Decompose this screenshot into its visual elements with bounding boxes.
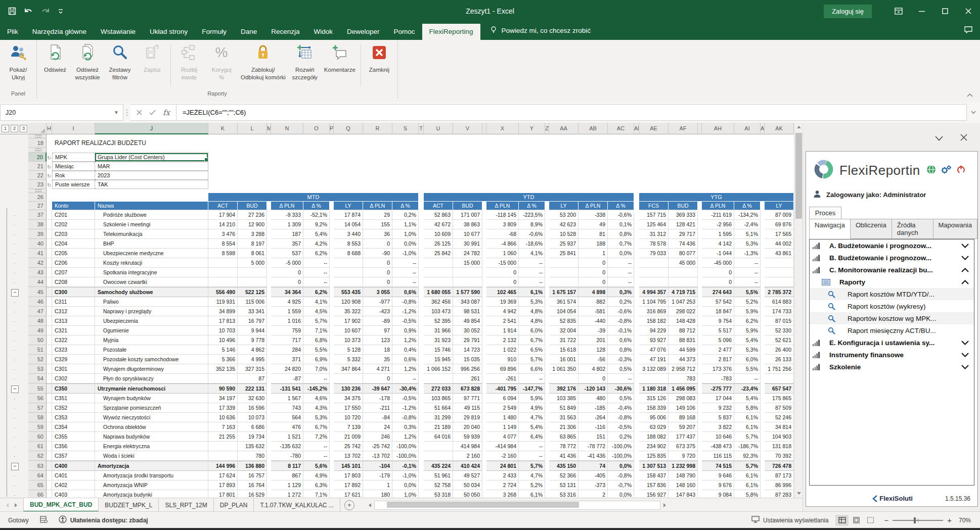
cell-ytd-0[interactable]: 52 758	[424, 480, 453, 490]
cell-ytg-0[interactable]: 47 191	[639, 355, 669, 364]
cell-ytg-4[interactable]: 86 996	[765, 480, 794, 490]
cell-ytd-5[interactable]: 188	[578, 239, 608, 249]
cell-ytd-0[interactable]	[424, 374, 453, 383]
cell-mtd-5[interactable]: 0	[363, 277, 392, 287]
ribbon-tab-uk-ad-strony[interactable]: Układ strony	[143, 24, 195, 40]
cell-ytd-3[interactable]: 6,7%	[519, 335, 545, 345]
cell-ytg-3[interactable]: 5,5%	[734, 287, 761, 297]
cell-ytd-4[interactable]: 42 623	[549, 220, 578, 229]
cell-ytd-6[interactable]: --	[608, 374, 634, 383]
cell-ytd-3[interactable]: --	[519, 268, 545, 277]
panel-tab-r-d-a-danych[interactable]: Źródła danych	[892, 219, 933, 239]
cell-ytg-2[interactable]: 9 084	[702, 490, 734, 498]
cell-ytg-1[interactable]: 4 719 715	[669, 287, 698, 297]
cell-ytd-4[interactable]: 21 306	[549, 422, 578, 432]
tree-item-e-konfiguracja-i-ustawienia-sy[interactable]: E. Konfiguracja i ustawienia sy...	[810, 336, 974, 349]
cell-mtd-6[interactable]: -1,2%	[392, 403, 419, 413]
cell-mtd-3[interactable]: --	[303, 451, 330, 461]
row-number[interactable]: 47	[28, 307, 47, 316]
cell-konto[interactable]: C403	[52, 490, 95, 498]
cell-ytd-4[interactable]: 51 849	[549, 403, 578, 413]
cell-ytd-0[interactable]	[424, 277, 453, 287]
cell-ytd-1[interactable]: 38 863	[453, 220, 482, 229]
column-header-Z[interactable]: Z	[545, 123, 549, 134]
redo-icon[interactable]	[40, 7, 51, 15]
cell-ytg-1[interactable]: 89 168	[669, 413, 698, 422]
cell-ytg-2[interactable]: 5 517	[702, 326, 734, 335]
ribbon-tab-deweloper[interactable]: Deweloper	[340, 24, 387, 40]
cell-ytd-2[interactable]: 0	[486, 268, 519, 277]
cell-ytg-0[interactable]: 315 126	[639, 394, 669, 403]
save-icon[interactable]	[8, 7, 16, 15]
cell-ytg-1[interactable]: 1 232 998	[669, 461, 698, 471]
collapse-group-button[interactable]: −	[11, 289, 19, 297]
header-mtd-[interactable]: Δ %	[392, 202, 419, 210]
cell-ytg-3[interactable]: 5,9%	[734, 326, 761, 335]
cell-konto[interactable]: C207	[52, 268, 95, 277]
cell-ytg-3[interactable]: -23,4%	[734, 383, 761, 394]
cell-mtd-4[interactable]: 17 874	[334, 210, 363, 220]
chevron-up-icon[interactable]	[961, 268, 969, 272]
cell-ytd-4[interactable]: 41 436	[549, 451, 578, 461]
cell-mtd-6[interactable]: 1,0%	[392, 229, 419, 239]
cell-mtd-2[interactable]: -135 632	[271, 442, 303, 451]
cell-mtd-1[interactable]: 9 778	[238, 335, 267, 345]
cell-mtd-1[interactable]: 87	[238, 374, 267, 383]
cell-ytd-0[interactable]: 362 456	[424, 297, 453, 307]
cell-mtd-4[interactable]: 10 607	[334, 326, 363, 335]
cell-ytd-5[interactable]: -120 143	[578, 383, 608, 394]
cell-mtd-5[interactable]: 246	[363, 432, 392, 442]
cell-ytg-3[interactable]: 5,9%	[734, 307, 761, 316]
cell-ytd-5[interactable]: 81	[578, 229, 608, 239]
cell-ytd-4[interactable]: 1 061 350	[549, 364, 578, 374]
header-ytg-bud[interactable]: BUD	[669, 202, 698, 210]
cell-mtd-6[interactable]: 1,2%	[392, 364, 419, 374]
cell-ytd-2[interactable]: -68	[486, 229, 519, 239]
cell-mtd-4[interactable]: 13 702	[334, 451, 363, 461]
cell-ytg-3[interactable]: 92,3%	[734, 451, 761, 461]
cell-ytd-2[interactable]: -2 160	[486, 451, 519, 461]
cell-ytd-4[interactable]: 1 675 157	[549, 287, 578, 297]
cell-h[interactable]	[47, 277, 52, 287]
cell-mtd-0[interactable]: 5 366	[208, 355, 238, 364]
cell-ytg-2[interactable]: 3 822	[702, 422, 734, 432]
cell-ytd-2[interactable]: 4 077	[486, 432, 519, 442]
cell-h[interactable]	[47, 297, 52, 307]
combo-indicator-icon[interactable]: ↻	[47, 164, 51, 170]
cell-ytg-1[interactable]: 149 106	[669, 403, 698, 413]
cell-mtd-5[interactable]: 123	[363, 335, 392, 345]
cell-ytg-4[interactable]: 87 015	[765, 316, 794, 326]
login-button[interactable]: Zaloguj się	[824, 5, 872, 18]
cell-ytg-3[interactable]: 5,3%	[734, 239, 761, 249]
cell-mtd-5[interactable]: 29	[363, 210, 392, 220]
cell-ytg-0[interactable]: 157 715	[639, 210, 669, 220]
row-number[interactable]: 37	[28, 210, 47, 220]
cell-ytd-3[interactable]: 6,5%	[519, 345, 545, 355]
cell-mtd-1[interactable]: 16 757	[238, 471, 267, 480]
cell-ytd-5[interactable]: -39	[578, 326, 608, 335]
cell-konto[interactable]: C321	[52, 326, 95, 335]
row-number[interactable]: 65	[28, 480, 47, 490]
cell-ytd-1[interactable]: 14 723	[453, 345, 482, 355]
cell-mtd-3[interactable]: 7,2%	[303, 432, 330, 442]
cell-ytg-2[interactable]: -211 619	[702, 210, 734, 220]
cell-mtd-4[interactable]	[334, 277, 363, 287]
zablokuj-odblokuj-kom-rki-button[interactable]: Zablokuj/Odblokuj komórki	[238, 41, 289, 82]
cell-ytd-5[interactable]: 128	[578, 345, 608, 355]
cell-mtd-2[interactable]: 24 820	[271, 364, 303, 374]
cell-h[interactable]	[47, 383, 52, 394]
cell-ytd-2[interactable]: -401 795	[486, 383, 519, 394]
cell-ytd-2[interactable]: 3 268	[486, 490, 519, 498]
cell-mtd-6[interactable]: --	[392, 268, 419, 277]
cell-ytg-2[interactable]: -438 473	[702, 442, 734, 451]
cell-ytg-2[interactable]: 5 096	[702, 335, 734, 345]
komentarze-button[interactable]: Komentarze	[321, 41, 359, 82]
cell-konto[interactable]: C401	[52, 471, 95, 480]
cell-ytg-4[interactable]: 26 400	[765, 345, 794, 355]
cell-ytd-1[interactable]: 49 854	[453, 316, 482, 326]
column-header-I[interactable]: I	[52, 123, 95, 134]
cell-ytg-3[interactable]: 5,7%	[734, 461, 761, 471]
cell-mtd-1[interactable]: 16 529	[238, 490, 267, 498]
cell-ytg-0[interactable]: 95 006	[639, 413, 669, 422]
column-header-M[interactable]: M	[267, 123, 271, 134]
